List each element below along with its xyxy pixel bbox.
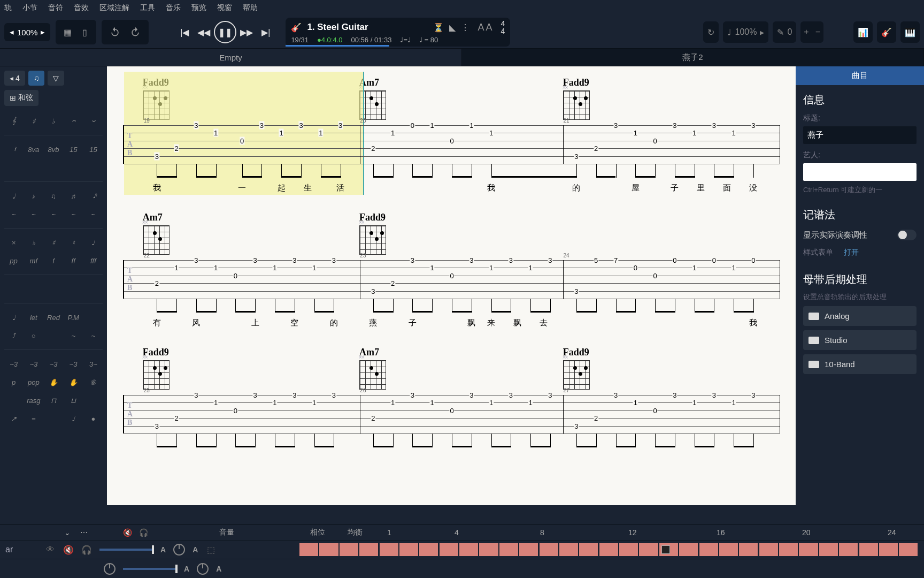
palette-item[interactable]: ~ [84, 327, 103, 344]
eq-icon[interactable]: ⬚ [205, 545, 216, 555]
undo-button[interactable] [106, 23, 124, 41]
palette-item[interactable]: mf [24, 252, 43, 269]
palette-item[interactable] [64, 159, 83, 176]
menu-音符[interactable]: 音符 [48, 3, 63, 13]
palette-item[interactable]: ~3 [44, 355, 63, 372]
solo-icon[interactable]: 🎧 [81, 545, 92, 555]
track-row[interactable]: ar 👁 🔇 🎧 A A ⬚ [0, 540, 924, 559]
preset-studio[interactable]: Studio [803, 330, 917, 350]
pan-knob[interactable] [173, 544, 185, 556]
palette-item[interactable]: ● [84, 410, 103, 427]
palette-item[interactable]: ~3 [4, 355, 23, 372]
palette-item[interactable]: 15 [84, 141, 103, 158]
palette-item[interactable]: ff [64, 252, 83, 269]
go-start-button[interactable]: |◀ [175, 23, 194, 41]
palette-item[interactable]: 3~ [84, 355, 103, 372]
palette-item[interactable]: 𝄐 [64, 112, 83, 130]
layout-grid-icon[interactable]: ▦ [60, 25, 75, 40]
palette-item[interactable]: ♭ [44, 112, 63, 130]
multivoice-button[interactable]: ♫ [28, 71, 45, 86]
palette-item[interactable]: 𝄑 [84, 112, 103, 130]
palette-item[interactable]: p [4, 374, 23, 391]
palette-item[interactable] [44, 410, 63, 427]
artist-input[interactable] [803, 163, 917, 181]
preset-analog[interactable]: Analog [803, 306, 917, 326]
palette-item[interactable]: ↗ [4, 410, 23, 427]
master-row[interactable]: A A [0, 559, 924, 578]
palette-item[interactable]: ♮ [64, 234, 83, 251]
palette-item[interactable]: ♪ [24, 187, 43, 204]
plus-button[interactable]: + [804, 27, 808, 37]
palette-item[interactable]: ~ [44, 206, 63, 223]
palette-item[interactable]: ⊔ [64, 392, 83, 409]
master-volume-slider[interactable] [123, 568, 176, 570]
palette-item[interactable]: ♩ [4, 309, 23, 326]
volume-slider[interactable] [99, 549, 153, 551]
speed-trainer[interactable]: ♩ 100% ▸ [723, 21, 768, 43]
palette-item[interactable]: ~ [64, 206, 83, 223]
palette-item[interactable]: ~3 [24, 355, 43, 372]
palette-item[interactable] [84, 280, 103, 298]
palette-item[interactable]: ♭ [24, 234, 43, 251]
design-mode-button[interactable]: ▽ [48, 71, 64, 86]
title-input[interactable] [803, 126, 917, 144]
loop-button[interactable]: ↻ [703, 21, 719, 43]
redo-button[interactable] [126, 23, 144, 41]
palette-item[interactable]: let [24, 309, 43, 326]
palette-item[interactable]: ⤴ [4, 327, 23, 344]
options-icon[interactable]: ⋮ [461, 22, 469, 33]
palette-item[interactable]: 𝅘𝅥𝅯 [84, 187, 103, 204]
menu-轨[interactable]: 轨 [4, 3, 12, 13]
palette-item[interactable] [84, 309, 103, 326]
progress-bar[interactable] [286, 45, 389, 47]
master-knob1[interactable] [104, 563, 116, 575]
palette-item[interactable] [44, 327, 63, 344]
menu-音效[interactable]: 音效 [74, 3, 89, 13]
palette-item[interactable]: ○ [24, 327, 43, 344]
palette-item[interactable]: ⑥ [84, 374, 103, 391]
auto-pan[interactable]: A [192, 545, 198, 554]
palette-item[interactable]: 8va [24, 141, 43, 158]
palette-item[interactable]: fff [84, 252, 103, 269]
palette-item[interactable]: ✋ [44, 374, 63, 391]
palette-item[interactable]: Red [44, 309, 63, 326]
palette-item[interactable]: 𝄽 [4, 141, 23, 158]
countdown-icon[interactable]: ⏳ [433, 22, 444, 33]
track-timeline[interactable] [299, 542, 924, 557]
open-stylesheet-link[interactable]: 打开 [844, 248, 859, 257]
mute-icon[interactable]: 🔇 [63, 545, 74, 555]
palette-item[interactable] [24, 280, 43, 298]
menu-帮助[interactable]: 帮助 [243, 3, 258, 13]
chord-library-button[interactable]: ⊞ 和弦 [4, 90, 38, 106]
palette-item[interactable]: pop [24, 374, 43, 391]
zoom-selector[interactable]: ◂100%▸ [4, 23, 50, 41]
palette-item[interactable]: rasg [24, 392, 43, 409]
palette-item[interactable] [44, 280, 63, 298]
fretboard-button[interactable]: 🎸 [877, 21, 896, 43]
solo-all-icon[interactable]: 🎧 [139, 528, 148, 537]
palette-item[interactable]: 8vb [44, 141, 63, 158]
palette-item[interactable]: P.M [64, 309, 83, 326]
menu-音乐[interactable]: 音乐 [166, 3, 181, 13]
tab-empty[interactable]: Empty [0, 49, 462, 66]
forward-button[interactable]: ▶▶ [237, 23, 256, 41]
palette-item[interactable] [84, 392, 103, 409]
palette-item[interactable]: ♩ [4, 187, 23, 204]
palette-item[interactable]: ~ [64, 327, 83, 344]
master-pan-knob[interactable] [197, 563, 209, 575]
metronome-icon[interactable]: ◣ [449, 22, 456, 33]
palette-item[interactable] [4, 392, 23, 409]
palette-item[interactable]: ~3 [64, 355, 83, 372]
palette-item[interactable] [84, 159, 103, 176]
minus-button[interactable]: − [815, 27, 820, 37]
mute-all-icon[interactable]: 🔇 [123, 528, 132, 537]
palette-item[interactable]: ~ [4, 206, 23, 223]
tuner-button[interactable]: 📊 [853, 21, 873, 43]
chevron-down-icon[interactable]: ⌄ [64, 528, 71, 537]
palette-item[interactable]: ⊓ [44, 392, 63, 409]
font-size-selector[interactable]: A A [478, 22, 492, 33]
play-pause-button[interactable]: ❚❚ [214, 21, 236, 43]
palette-item[interactable]: ~ [84, 206, 103, 223]
palette-item[interactable]: ♯ [44, 234, 63, 251]
menu-工具[interactable]: 工具 [140, 3, 155, 13]
